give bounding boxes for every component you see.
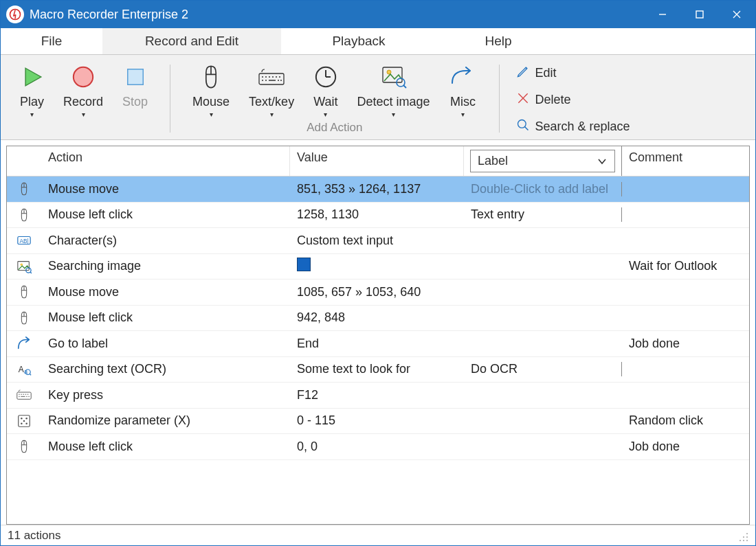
chevron-down-icon xyxy=(597,156,608,167)
ocr-icon xyxy=(7,362,41,377)
keyboard-icon xyxy=(258,62,285,92)
record-button[interactable]: Record ▾ xyxy=(54,62,113,118)
app-icon xyxy=(6,5,24,23)
cell-action: Searching text (OCR) xyxy=(41,362,290,376)
edit-action-button[interactable]: Edit xyxy=(516,65,630,82)
cell-value: 1085, 657 » 1053, 640 xyxy=(290,285,464,299)
statusbar: 11 actions xyxy=(1,525,755,545)
cell-comment: Random click xyxy=(622,413,749,428)
add-mouse-button[interactable]: Mouse ▾ xyxy=(183,62,239,118)
cell-value: 942, 848 xyxy=(290,310,464,325)
cell-value: 0 - 115 xyxy=(290,413,464,428)
ribbon: Play ▾ Record ▾ Stop ▾ xyxy=(1,55,755,140)
status-count: 11 actions xyxy=(8,529,61,543)
menu-playback[interactable]: Playback xyxy=(281,28,436,54)
detect-image-icon xyxy=(381,62,407,92)
cell-action: Randomize parameter (X) xyxy=(41,413,290,428)
play-button[interactable]: Play ▾ xyxy=(10,62,54,118)
menubar: File Record and Edit Playback Help xyxy=(1,28,755,55)
table-row[interactable]: Character(s)Custom text input xyxy=(7,228,749,254)
column-value[interactable]: Value xyxy=(290,146,464,176)
cell-value: F12 xyxy=(290,388,464,402)
cell-value: End xyxy=(290,337,464,351)
menu-help[interactable]: Help xyxy=(436,28,560,54)
table-row[interactable]: Go to labelEndJob done xyxy=(7,331,749,357)
mouse-icon xyxy=(7,207,41,223)
actions-grid[interactable]: Action Value Label Comment Mouse move851… xyxy=(6,146,750,525)
cell-action: Go to label xyxy=(41,337,290,351)
column-comment[interactable]: Comment xyxy=(622,146,749,176)
cell-label[interactable]: Text entry xyxy=(464,207,622,222)
chevron-down-icon: ▾ xyxy=(210,111,213,118)
cell-action: Mouse left click xyxy=(41,440,290,454)
cell-value: Some text to look for xyxy=(290,362,464,376)
cell-action: Mouse left click xyxy=(41,310,290,325)
table-row[interactable]: Key pressF12 xyxy=(7,383,749,409)
table-row[interactable]: Mouse left click1258, 1130Text entry xyxy=(7,203,749,229)
cell-label[interactable]: Do OCR xyxy=(464,362,622,376)
resize-grip[interactable] xyxy=(736,530,748,542)
add-textkey-button[interactable]: Text/key ▾ xyxy=(239,62,304,118)
svg-rect-4 xyxy=(259,73,284,84)
ribbon-group-label: Add Action xyxy=(307,121,362,135)
delete-action-button[interactable]: Delete xyxy=(516,91,630,109)
stop-button[interactable]: Stop ▾ xyxy=(113,62,157,118)
add-misc-button[interactable]: Misc ▾ xyxy=(440,62,487,118)
mouse-icon xyxy=(7,181,41,196)
maximize-button[interactable] xyxy=(681,1,718,28)
table-row[interactable]: Randomize parameter (X)0 - 115Random cli… xyxy=(7,409,749,435)
app-window: Macro Recorder Enterprise 2 File Record … xyxy=(0,0,756,546)
cell-action: Searching image xyxy=(41,259,290,273)
cell-action: Character(s) xyxy=(41,234,290,248)
chevron-down-icon: ▾ xyxy=(82,111,85,118)
pencil-icon xyxy=(516,65,530,82)
cell-value xyxy=(290,258,464,275)
add-wait-button[interactable]: Wait ▾ xyxy=(304,62,347,118)
table-row[interactable]: Mouse move1085, 657 » 1053, 640 xyxy=(7,280,749,306)
table-row[interactable]: Mouse left click0, 0Job done xyxy=(7,434,749,460)
stop-icon xyxy=(125,62,146,92)
cell-value: 0, 0 xyxy=(290,440,464,454)
cell-comment: Job done xyxy=(622,337,749,351)
keyboard-icon xyxy=(7,387,41,402)
delete-x-icon xyxy=(516,91,530,109)
table-row[interactable]: Searching imageWait for Outlook xyxy=(7,254,749,280)
image-icon xyxy=(7,259,41,274)
window-controls xyxy=(644,1,755,28)
clock-icon xyxy=(314,62,337,92)
column-label-dropdown[interactable]: Label xyxy=(464,146,622,176)
table-row[interactable]: Searching text (OCR)Some text to look fo… xyxy=(7,357,749,383)
search-replace-button[interactable]: Search & replace xyxy=(516,118,630,135)
grid-header: Action Value Label Comment xyxy=(7,146,749,177)
svg-rect-1 xyxy=(696,11,703,18)
minimize-button[interactable] xyxy=(644,1,681,28)
cell-comment: Job done xyxy=(622,440,749,454)
menu-record-edit[interactable]: Record and Edit xyxy=(102,28,281,54)
search-icon xyxy=(516,118,530,135)
titlebar[interactable]: Macro Recorder Enterprise 2 xyxy=(1,1,755,28)
close-button[interactable] xyxy=(718,1,755,28)
record-icon xyxy=(71,62,95,92)
mouse-icon xyxy=(7,284,41,299)
chevron-down-icon: ▾ xyxy=(324,111,327,118)
chevron-down-icon: ▾ xyxy=(30,111,34,118)
cell-action: Mouse move xyxy=(41,182,290,196)
cell-action: Key press xyxy=(41,388,290,402)
chevron-down-icon: ▾ xyxy=(461,111,465,118)
svg-rect-3 xyxy=(127,69,143,85)
svg-point-9 xyxy=(518,120,526,128)
cell-comment: Wait for Outlook xyxy=(622,259,749,273)
table-row[interactable]: Mouse move851, 353 » 1264, 1137Double-Cl… xyxy=(7,177,749,203)
column-action[interactable]: Action xyxy=(41,146,290,176)
goto-icon xyxy=(7,336,41,351)
cell-action: Mouse left click xyxy=(41,207,290,222)
chars-icon xyxy=(7,233,41,248)
add-detect-image-button[interactable]: Detect image ▾ xyxy=(347,62,439,118)
random-icon xyxy=(7,413,41,429)
menu-file[interactable]: File xyxy=(1,28,102,54)
cell-value: 851, 353 » 1264, 1137 xyxy=(290,182,464,196)
table-row[interactable]: Mouse left click942, 848 xyxy=(7,306,749,332)
svg-point-2 xyxy=(74,67,93,87)
misc-arrow-icon xyxy=(449,62,477,92)
cell-label[interactable]: Double-Click to add label xyxy=(464,182,622,196)
